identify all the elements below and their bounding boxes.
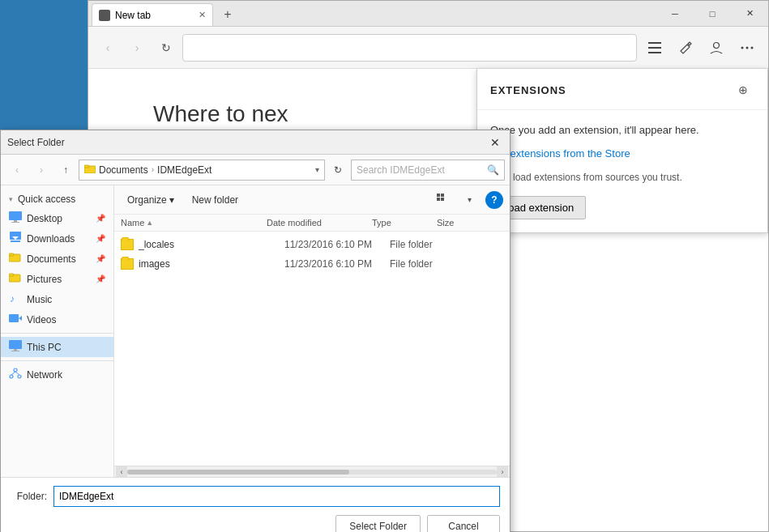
svg-rect-0 [648, 42, 661, 44]
browser-tabs: New tab ✕ + [88, 1, 239, 26]
new-tab-button[interactable]: + [216, 3, 239, 26]
svg-rect-31 [441, 194, 444, 197]
address-dropdown-button[interactable]: ▾ [315, 165, 319, 174]
edit-button[interactable] [671, 33, 700, 62]
profile-icon [710, 41, 723, 54]
sidebar-item-downloads[interactable]: Downloads 📌 [1, 228, 113, 249]
hamburger-icon [648, 42, 661, 53]
col-date-label: Date modified [267, 218, 322, 228]
window-controls: ─ □ ✕ [656, 1, 768, 27]
svg-rect-10 [14, 220, 17, 222]
svg-line-29 [15, 372, 19, 375]
svg-rect-1 [648, 47, 661, 49]
sidebar-item-videos[interactable]: Videos [1, 309, 113, 330]
pictures-icon [9, 272, 22, 286]
sidebar-item-network[interactable]: Network [1, 364, 113, 385]
svg-point-27 [18, 375, 21, 378]
search-placeholder-text: Search IDMEdgeExt [357, 164, 484, 176]
profile-button[interactable] [702, 33, 731, 62]
dialog-main-area: Organize ▾ New folder ▾ ? Name [114, 185, 510, 477]
close-button[interactable]: ✕ [731, 1, 768, 27]
this-pc-icon [9, 340, 22, 354]
sidebar-item-documents[interactable]: Documents 📌 [1, 249, 113, 269]
folder-icon-locales [121, 239, 134, 250]
svg-rect-18 [9, 274, 14, 276]
sidebar-item-label-desktop: Desktop [27, 213, 62, 224]
refresh-button[interactable]: ↻ [153, 35, 179, 61]
sidebar-divider-1 [1, 333, 113, 334]
scrollbar-left-button[interactable]: ‹ [116, 466, 127, 478]
more-button[interactable] [733, 33, 762, 62]
search-icon: 🔍 [487, 164, 499, 176]
documents-icon [9, 252, 22, 266]
browser-main-text: Where to nex [153, 101, 288, 127]
view-dropdown-button[interactable]: ▾ [458, 189, 481, 211]
extensions-store-link[interactable]: Get extensions from the Store [490, 147, 754, 160]
sidebar-item-pictures[interactable]: Pictures 📌 [1, 269, 113, 289]
videos-icon [9, 313, 22, 326]
extensions-pin-button[interactable]: ⊕ [732, 79, 754, 101]
browser-tab-new-tab[interactable]: New tab ✕ [92, 3, 213, 26]
forward-button[interactable]: › [124, 35, 150, 61]
sidebar-item-label-music: Music [27, 294, 52, 305]
svg-rect-23 [14, 349, 17, 351]
select-folder-button[interactable]: Select Folder [335, 515, 421, 532]
sidebar-item-label-pictures: Pictures [27, 274, 62, 285]
edit-icon [679, 41, 692, 54]
column-header-name[interactable]: Name ▲ [121, 218, 267, 228]
address-bar-input[interactable] [182, 34, 637, 62]
back-button[interactable]: ‹ [95, 35, 121, 61]
dialog-search-box[interactable]: Search IDMEdgeExt 🔍 [351, 160, 505, 181]
svg-point-4 [741, 46, 744, 49]
col-name-label: Name [121, 218, 144, 228]
cancel-button[interactable]: Cancel [427, 515, 500, 532]
tab-close-button[interactable]: ✕ [199, 10, 206, 20]
dialog-forward-button[interactable]: › [30, 160, 53, 181]
sidebar-item-label-documents: Documents [27, 253, 76, 265]
address-icon [84, 164, 96, 176]
help-button[interactable]: ? [485, 191, 503, 209]
browser-titlebar: New tab ✕ + ─ □ ✕ [88, 1, 768, 27]
dialog-up-button[interactable]: ↑ [54, 160, 77, 181]
organize-label: Organize [127, 194, 167, 206]
column-header-date[interactable]: Date modified [267, 218, 372, 228]
minimize-button[interactable]: ─ [656, 1, 694, 27]
sidebar-item-this-pc[interactable]: This PC [1, 337, 113, 357]
dialog-footer: Folder: Select Folder Cancel [1, 477, 510, 532]
sidebar-divider-2 [1, 360, 113, 361]
folder-input-field[interactable] [53, 486, 500, 507]
svg-line-28 [11, 372, 15, 375]
organize-dropdown-icon: ▾ [169, 194, 174, 206]
file-row-locales[interactable]: _locales 11/23/2016 6:10 PM File folder [114, 235, 510, 254]
file-row-images[interactable]: images 11/23/2016 6:10 PM File folder [114, 254, 510, 274]
scrollbar-track[interactable] [127, 470, 497, 475]
file-name-locales: _locales [139, 239, 284, 250]
organize-button[interactable]: Organize ▾ [121, 192, 181, 208]
dialog-close-button[interactable]: ✕ [487, 134, 503, 151]
sidebar-item-label-this-pc: This PC [27, 342, 62, 353]
column-header-type[interactable]: Type [372, 218, 437, 228]
maximize-button[interactable]: □ [694, 1, 731, 27]
quick-access-expand-icon: ▾ [9, 195, 13, 203]
dialog-back-button[interactable]: ‹ [6, 160, 28, 181]
sidebar-item-label-network: Network [27, 369, 62, 381]
view-toggle-button[interactable] [434, 189, 456, 211]
quick-access-label: Quick access [18, 194, 75, 205]
dialog-refresh-button[interactable]: ↻ [327, 160, 349, 181]
pin-icon-pictures: 📌 [96, 275, 105, 283]
extensions-empty-text: Once you add an extension, it'll appear … [490, 123, 754, 138]
menu-button[interactable] [640, 33, 669, 62]
sidebar-item-music[interactable]: ♪ Music [1, 289, 113, 309]
horizontal-scrollbar[interactable]: ‹ › [114, 466, 510, 477]
svg-point-26 [10, 375, 13, 378]
new-folder-button[interactable]: New folder [186, 192, 245, 208]
column-header-size[interactable]: Size [437, 218, 485, 228]
svg-rect-30 [437, 194, 440, 197]
address-documents: Documents [99, 164, 148, 176]
dialog-address-bar[interactable]: Documents › IDMEdgeExt ▾ [79, 160, 325, 181]
quick-access-header[interactable]: ▾ Quick access [1, 190, 113, 208]
sidebar-item-desktop[interactable]: Desktop 📌 [1, 208, 113, 228]
svg-rect-24 [11, 351, 19, 351]
scrollbar-right-button[interactable]: › [497, 466, 508, 478]
network-icon [9, 368, 22, 381]
